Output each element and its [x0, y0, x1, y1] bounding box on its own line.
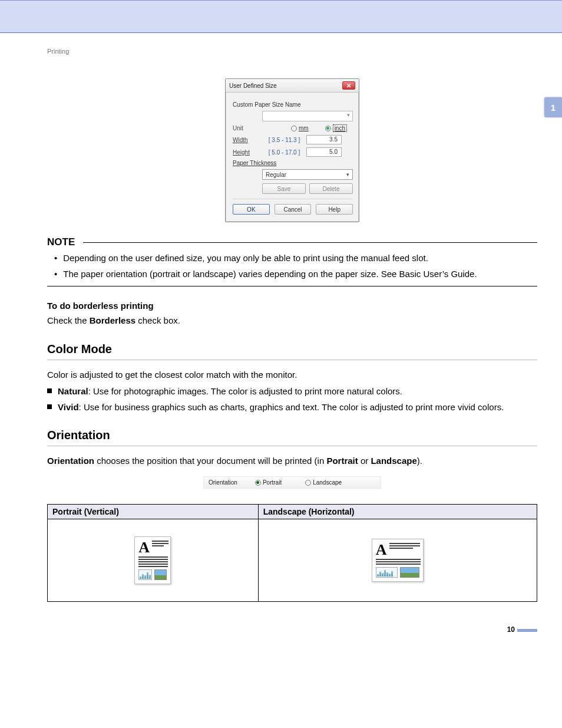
- dialog-close-button[interactable]: ✕: [342, 81, 355, 90]
- cancel-button[interactable]: Cancel: [275, 204, 312, 215]
- landscape-radio-label: Landscape: [313, 479, 342, 486]
- custom-name-combobox[interactable]: [262, 111, 353, 121]
- custom-name-label: Custom Paper Size Name: [233, 101, 301, 108]
- dialog-titlebar: User Defined Size ✕: [226, 79, 359, 93]
- close-icon: ✕: [346, 83, 351, 89]
- note-item: The paper orientation (portrait or lands…: [54, 268, 537, 280]
- color-mode-item: Vivid: Use for business graphics such as…: [47, 401, 537, 413]
- note-end-rule: [47, 286, 537, 286]
- page-number-bar-icon: [517, 629, 537, 632]
- radio-icon: [305, 480, 311, 486]
- unit-label: Unit: [233, 125, 262, 131]
- radio-icon: [291, 126, 297, 131]
- ok-button[interactable]: OK: [233, 204, 270, 215]
- radio-icon: [255, 480, 261, 486]
- section-rule: [47, 446, 537, 446]
- landscape-sample-icon: A: [372, 539, 424, 582]
- width-input[interactable]: 3.5: [306, 135, 342, 144]
- note-heading: NOTE: [47, 236, 75, 248]
- landscape-radio[interactable]: Landscape: [305, 479, 342, 486]
- chapter-tab: 1: [544, 97, 562, 117]
- thickness-label: Paper Thickness: [233, 160, 276, 166]
- color-mode-intro: Color is adjusted to get the closest col…: [47, 368, 537, 381]
- note-item: Depending on the user defined size, you …: [54, 252, 537, 264]
- unit-mm-radio[interactable]: mm: [291, 124, 309, 132]
- section-rule: [47, 360, 537, 360]
- thickness-select[interactable]: Regular: [262, 169, 353, 180]
- portrait-radio-label: Portrait: [263, 479, 282, 486]
- help-button[interactable]: Help: [316, 204, 353, 215]
- orientation-heading: Orientation: [47, 429, 537, 442]
- color-mode-item: Natural: Use for photographic images. Th…: [47, 385, 537, 397]
- height-range: [ 5.0 - 17.0 ]: [262, 149, 306, 156]
- portrait-sample-icon: A: [134, 536, 171, 584]
- unit-inch-label: inch: [333, 124, 347, 132]
- dialog-title-text: User Defined Size: [229, 83, 277, 89]
- height-label: Height: [233, 149, 262, 156]
- height-input[interactable]: 5.0: [306, 147, 342, 157]
- orientation-col-landscape: Landscape (Horizontal): [258, 505, 537, 519]
- radio-icon: [325, 126, 331, 131]
- top-header-band: [0, 0, 562, 32]
- width-label: Width: [233, 137, 262, 143]
- breadcrumb: Printing: [47, 48, 537, 55]
- color-mode-heading: Color Mode: [47, 342, 537, 356]
- orientation-setting-snippet: Orientation Portrait Landscape: [203, 476, 381, 489]
- delete-button[interactable]: Delete: [309, 183, 353, 194]
- note-rule: [83, 242, 537, 243]
- borderless-heading: To do borderless printing: [47, 301, 537, 311]
- save-button[interactable]: Save: [262, 183, 306, 194]
- page-number: 10: [0, 625, 537, 634]
- orientation-col-portrait: Portrait (Vertical): [48, 505, 259, 519]
- orientation-sentence: Orientation chooses the position that yo…: [47, 454, 537, 467]
- landscape-sample-cell: A: [258, 519, 537, 602]
- portrait-sample-cell: A: [48, 519, 259, 602]
- orientation-label: Orientation: [209, 479, 237, 486]
- unit-inch-radio[interactable]: inch: [325, 124, 347, 132]
- orientation-table: Portrait (Vertical) Landscape (Horizonta…: [47, 504, 537, 602]
- width-range: [ 3.5 - 11.3 ]: [262, 137, 306, 143]
- unit-mm-label: mm: [299, 125, 309, 131]
- portrait-radio[interactable]: Portrait: [255, 479, 282, 486]
- thickness-value: Regular: [266, 172, 286, 178]
- borderless-text: Check the Borderless check box.: [47, 314, 537, 327]
- user-defined-size-dialog: User Defined Size ✕ Custom Paper Size Na…: [225, 78, 359, 222]
